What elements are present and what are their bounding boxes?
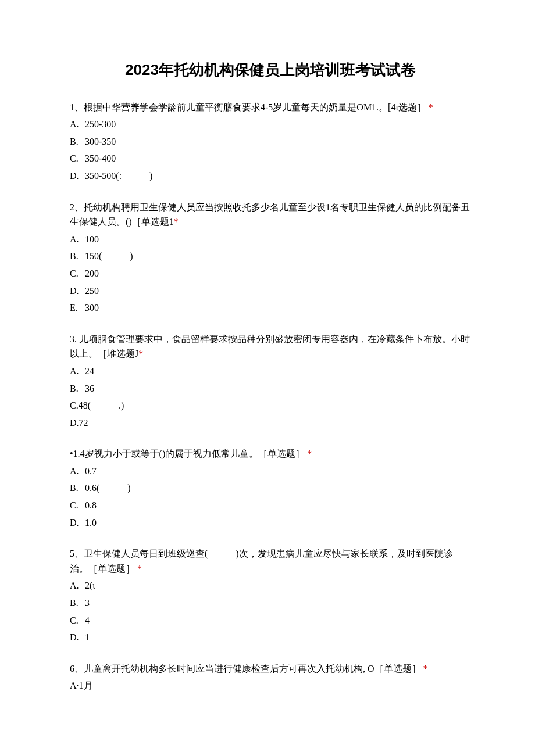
q2-a-text: 100	[85, 234, 99, 244]
q5-d-text: 1	[85, 632, 90, 642]
q4-option-c[interactable]: C.0.8	[70, 498, 471, 513]
q2-option-a[interactable]: A.100	[70, 232, 471, 247]
question-3: 3. 儿项胭食管理要求中，食品留样要求按品种分别盛放密闭专用容器内，在冷藏条件卜…	[70, 332, 471, 431]
question-5: 5、卫生保健人员每日到班级巡查( )次，发现患病儿童应尽快与家长联系，及时到医院…	[70, 546, 471, 645]
q3-body: 3. 儿项胭食管理要求中，食品留样要求按品种分别盛放密闭专用容器内，在冷藏条件卜…	[70, 334, 470, 359]
q4-option-b[interactable]: B.0.6( )	[70, 481, 471, 496]
q2-b-text: 150( )	[85, 251, 133, 261]
q1-b-text: 300-350	[85, 137, 116, 146]
q3-option-d[interactable]: D.72	[70, 415, 471, 431]
question-6-text: 6、儿童离开托幼机构多长时间应当进行健康检查后方可再次入托幼机构, O［单选题］…	[70, 661, 471, 676]
q4-c-text: 0.8	[85, 500, 97, 510]
question-1: 1、根据中华营养学会学龄前儿童平衡膳食要求4-5岁儿童每天的奶量是OM1.。[4…	[70, 100, 471, 184]
option-label-a: A.	[70, 117, 85, 132]
option-label-b: B.	[70, 596, 85, 611]
option-label-c: C.	[70, 498, 85, 513]
q3-a-text: 24	[85, 366, 94, 376]
question-3-text: 3. 儿项胭食管理要求中，食品留样要求按品种分别盛放密闭专用容器内，在冷藏条件卜…	[70, 332, 471, 361]
option-label-e: E.	[70, 300, 85, 316]
required-star: *	[138, 349, 143, 359]
option-label-a: A.	[70, 364, 85, 379]
option-label-c: C.	[70, 613, 85, 628]
q3-c-text: C.48( .)	[70, 400, 124, 410]
q4-option-a[interactable]: A.0.7	[70, 464, 471, 479]
q1-c-text: 350-400	[85, 153, 116, 163]
q2-option-e[interactable]: E.300	[70, 300, 471, 316]
q1-option-a[interactable]: A.250-300	[70, 117, 471, 132]
q6-a-text: A·1月	[70, 680, 93, 690]
q5-option-c[interactable]: C.4	[70, 613, 471, 628]
q3-option-c[interactable]: C.48( .)	[70, 398, 471, 413]
option-label-b: B.	[70, 134, 85, 149]
q1-option-c[interactable]: C.350-400	[70, 151, 471, 166]
q6-option-a[interactable]: A·1月	[70, 678, 471, 693]
page-title: 2023年托幼机构保健员上岗培训班考试试卷	[70, 58, 471, 83]
option-label-d: D.	[70, 284, 85, 299]
q5-a-text: 2(ι	[85, 581, 95, 590]
q3-d-text: D.72	[70, 418, 88, 428]
question-2: 2、托幼机构聘用卫生保健人员应当按照收托多少名儿童至少设1名专职卫生保健人员的比…	[70, 200, 471, 316]
question-4-text: •1.4岁视力小于或等于()的属于视力低常儿童。［单选题］ *	[70, 446, 471, 461]
question-1-text: 1、根据中华营养学会学龄前儿童平衡膳食要求4-5岁儿童每天的奶量是OM1.。[4…	[70, 100, 471, 115]
option-label-a: A.	[70, 464, 85, 479]
q2-c-text: 200	[85, 268, 99, 278]
q2-option-c[interactable]: C.200	[70, 266, 471, 281]
q1-body: 1、根据中华营养学会学龄前儿童平衡膳食要求4-5岁儿童每天的奶量是OM1.。[4…	[70, 102, 426, 112]
q4-d-text: 1.0	[85, 518, 97, 528]
q5-b-text: 3	[85, 598, 90, 608]
required-star: *	[307, 449, 312, 458]
required-star: *	[137, 564, 142, 574]
q2-option-d[interactable]: D.250	[70, 284, 471, 299]
option-label-d: D.	[70, 515, 85, 531]
option-label-a: A.	[70, 232, 85, 247]
required-star: *	[423, 664, 428, 673]
question-4: •1.4岁视力小于或等于()的属于视力低常儿童。［单选题］ * A.0.7 B.…	[70, 446, 471, 530]
q4-a-text: 0.7	[85, 466, 97, 476]
q5-option-d[interactable]: D.1	[70, 630, 471, 645]
required-star: *	[429, 102, 433, 112]
option-label-d: D.	[70, 630, 85, 645]
option-label-c: C.	[70, 151, 85, 166]
q4-body: •1.4岁视力小于或等于()的属于视力低常儿童。［单选题］	[70, 449, 305, 458]
q2-option-b[interactable]: B.150( )	[70, 249, 471, 264]
q6-body: 6、儿童离开托幼机构多长时间应当进行健康检查后方可再次入托幼机构, O［单选题］	[70, 664, 421, 673]
option-label-d: D.	[70, 169, 85, 184]
q5-body: 5、卫生保健人员每日到班级巡查( )次，发现患病儿童应尽快与家长联系，及时到医院…	[70, 549, 453, 574]
required-star: *	[174, 217, 179, 227]
q1-a-text: 250-300	[85, 119, 116, 129]
q3-b-text: 36	[85, 384, 94, 393]
option-label-a: A.	[70, 578, 85, 593]
question-5-text: 5、卫生保健人员每日到班级巡查( )次，发现患病儿童应尽快与家长联系，及时到医院…	[70, 546, 471, 576]
option-label-b: B.	[70, 481, 85, 496]
q2-d-text: 250	[85, 286, 99, 296]
q1-option-b[interactable]: B.300-350	[70, 134, 471, 149]
q5-option-b[interactable]: B.3	[70, 596, 471, 611]
q4-option-d[interactable]: D.1.0	[70, 515, 471, 531]
q1-option-d[interactable]: D.350-500(: )	[70, 169, 471, 184]
q5-c-text: 4	[85, 615, 90, 625]
option-label-c: C.	[70, 266, 85, 281]
question-6: 6、儿童离开托幼机构多长时间应当进行健康检查后方可再次入托幼机构, O［单选题］…	[70, 661, 471, 693]
q5-option-a[interactable]: A.2(ι	[70, 578, 471, 593]
q1-d-text: 350-500(: )	[85, 171, 152, 181]
q4-b-text: 0.6( )	[85, 483, 131, 493]
q2-body: 2、托幼机构聘用卫生保健人员应当按照收托多少名儿童至少设1名专职卫生保健人员的比…	[70, 202, 470, 227]
q3-option-a[interactable]: A.24	[70, 364, 471, 379]
option-label-b: B.	[70, 381, 85, 396]
q3-option-b[interactable]: B.36	[70, 381, 471, 396]
question-2-text: 2、托幼机构聘用卫生保健人员应当按照收托多少名儿童至少设1名专职卫生保健人员的比…	[70, 200, 471, 230]
option-label-b: B.	[70, 249, 85, 264]
q2-e-text: 300	[85, 303, 99, 313]
